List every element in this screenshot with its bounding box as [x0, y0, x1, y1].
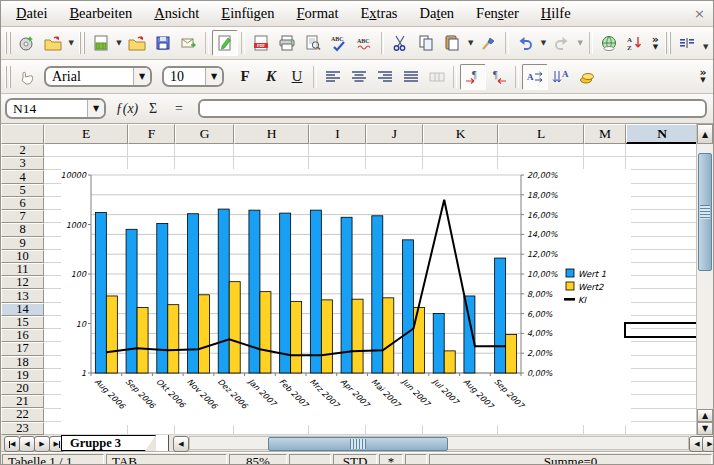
equals-icon[interactable]: =: [166, 101, 192, 117]
wizard-icon[interactable]: [14, 30, 40, 56]
font-size-dropdown-icon[interactable]: ▼: [205, 68, 222, 85]
row-header-13[interactable]: 13: [1, 289, 44, 302]
scroll-up2-icon[interactable]: ▲: [697, 409, 713, 422]
save-icon[interactable]: [150, 30, 176, 56]
menu-fenster[interactable]: Fenster: [465, 3, 530, 24]
hand-pointer-icon[interactable]: [14, 64, 40, 90]
toolbar-options-icon[interactable]: ▼: [700, 35, 711, 59]
spellcheck-icon[interactable]: ABC: [326, 30, 352, 56]
text-direction-horizontal-icon[interactable]: A: [522, 64, 548, 90]
status-insert-mode[interactable]: STD: [333, 454, 377, 465]
row-header-3[interactable]: 3: [1, 157, 44, 170]
close-icon[interactable]: ×: [694, 6, 705, 21]
formula-input[interactable]: [198, 99, 707, 118]
row-header-4[interactable]: 4: [1, 170, 44, 183]
menu-daten[interactable]: Daten: [408, 3, 465, 24]
vertical-scrollbar[interactable]: ▲ ▲ ▼: [696, 124, 713, 435]
toolbar-overflow-icon[interactable]: » ▼: [695, 65, 711, 89]
row-header-9[interactable]: 9: [1, 237, 44, 250]
font-name-combobox[interactable]: Arial ▼: [44, 66, 152, 87]
sort-ascending-icon[interactable]: AZ: [622, 30, 648, 56]
auto-spellcheck-icon[interactable]: ABC: [352, 30, 378, 56]
justify-icon[interactable]: [398, 64, 424, 90]
undo-dropdown-icon[interactable]: ▼: [538, 31, 549, 55]
function-wizard-icon[interactable]: ƒ(x): [114, 101, 140, 117]
row-header-22[interactable]: 22: [1, 408, 44, 421]
currency-icon[interactable]: [574, 64, 600, 90]
email-icon[interactable]: [176, 30, 202, 56]
menu-einfügen[interactable]: Einfügen: [210, 3, 285, 24]
menu-extras[interactable]: Extras: [349, 3, 408, 24]
print-icon[interactable]: [274, 30, 300, 56]
embedded-chart[interactable]: 0,00%2,00%4,00%6,00%8,00%10,00%12,00%14,…: [61, 169, 631, 425]
font-name-dropdown-icon[interactable]: ▼: [133, 68, 150, 85]
menu-datei[interactable]: Datei: [5, 3, 58, 24]
row-header-7[interactable]: 7: [1, 210, 44, 223]
row-header-18[interactable]: 18: [1, 356, 44, 369]
page-preview-icon[interactable]: [300, 30, 326, 56]
new-spreadsheet-icon[interactable]: [88, 30, 114, 56]
name-box-dropdown-icon[interactable]: ▼: [87, 100, 104, 117]
status-zoom[interactable]: 85%: [229, 454, 287, 465]
paste-dropdown-icon[interactable]: ▼: [465, 31, 476, 55]
toolbar-grip[interactable]: [5, 32, 12, 54]
column-header-J[interactable]: J: [366, 124, 423, 144]
italic-button[interactable]: K: [258, 64, 284, 90]
align-center-icon[interactable]: [346, 64, 372, 90]
column-header-K[interactable]: K: [423, 124, 498, 144]
status-sum[interactable]: Summe=0: [429, 454, 712, 465]
row-header-12[interactable]: 12: [1, 276, 44, 289]
first-sheet-icon[interactable]: ◀: [4, 436, 20, 452]
column-header-G[interactable]: G: [175, 124, 234, 144]
toolbar-grip[interactable]: [79, 32, 86, 54]
row-header-6[interactable]: 6: [1, 197, 44, 210]
next-sheet-icon[interactable]: ▶: [34, 436, 50, 452]
hyperlink-globe-icon[interactable]: [596, 30, 622, 56]
previous-sheet-icon[interactable]: ◀: [19, 436, 35, 452]
undo-icon[interactable]: [512, 30, 538, 56]
align-left-icon[interactable]: [320, 64, 346, 90]
horizontal-scrollbar[interactable]: [189, 436, 689, 450]
row-header-20[interactable]: 20: [1, 382, 44, 395]
redo-dropdown-icon[interactable]: ▼: [575, 31, 586, 55]
format-paintbrush-icon[interactable]: [476, 30, 502, 56]
hscroll-left-icon[interactable]: ◀: [173, 436, 189, 452]
redo-icon[interactable]: [549, 30, 575, 56]
toolbar-grip[interactable]: [665, 32, 672, 54]
menu-hilfe[interactable]: Hilfe: [530, 3, 582, 24]
menu-format[interactable]: Format: [286, 3, 350, 24]
row-header-8[interactable]: 8: [1, 223, 44, 236]
merge-cells-icon[interactable]: [424, 64, 450, 90]
row-header-5[interactable]: 5: [1, 184, 44, 197]
bold-button[interactable]: F: [232, 64, 258, 90]
cell-reference-box[interactable]: N14 ▼: [5, 98, 106, 119]
cut-icon[interactable]: [387, 30, 413, 56]
row-header-21[interactable]: 21: [1, 395, 44, 408]
row-header-19[interactable]: 19: [1, 369, 44, 382]
row-header-17[interactable]: 17: [1, 342, 44, 355]
open-document-icon[interactable]: [40, 30, 66, 56]
row-header-23[interactable]: 23: [1, 422, 44, 435]
row-header-16[interactable]: 16: [1, 329, 44, 342]
export-pdf-icon[interactable]: PDF: [248, 30, 274, 56]
edit-mode-icon[interactable]: [212, 30, 238, 56]
horizontal-scroll-thumb[interactable]: [268, 437, 448, 451]
scroll-up-icon[interactable]: ▲: [697, 124, 713, 144]
column-header-F[interactable]: F: [128, 124, 175, 144]
row-header-2[interactable]: 2: [1, 144, 44, 157]
toolbar-overflow-icon[interactable]: » ▼: [647, 31, 663, 55]
menu-bearbeiten[interactable]: Bearbeiten: [58, 3, 143, 24]
column-header-L[interactable]: L: [498, 124, 584, 144]
sheet-tab-gruppe-3[interactable]: Gruppe 3: [61, 435, 156, 451]
sum-icon[interactable]: Σ: [140, 101, 166, 117]
left-to-right-icon[interactable]: ¶: [460, 64, 486, 90]
toolbar-grip[interactable]: [5, 66, 12, 88]
column-header-N[interactable]: N: [626, 124, 698, 144]
new-dropdown-icon[interactable]: ▼: [114, 31, 125, 55]
scroll-down-icon[interactable]: ▼: [697, 422, 713, 435]
underline-button[interactable]: U: [284, 64, 310, 90]
row-header-15[interactable]: 15: [1, 316, 44, 329]
navigator-icon[interactable]: [674, 30, 700, 56]
align-right-icon[interactable]: [372, 64, 398, 90]
vertical-scroll-thumb[interactable]: [698, 153, 712, 271]
